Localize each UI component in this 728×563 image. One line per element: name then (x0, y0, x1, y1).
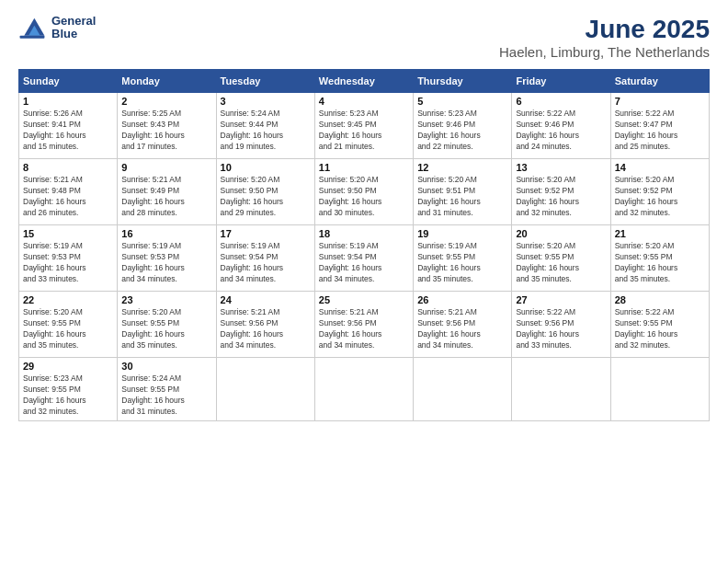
day-number: 13 (516, 162, 606, 173)
day-number: 29 (23, 361, 113, 372)
week-row-4: 22Sunrise: 5:20 AM Sunset: 9:55 PM Dayli… (19, 292, 710, 358)
logo: General Blue (18, 15, 96, 41)
table-row: 27Sunrise: 5:22 AM Sunset: 9:56 PM Dayli… (512, 292, 610, 358)
day-number: 25 (319, 294, 409, 305)
day-detail: Sunrise: 5:20 AM Sunset: 9:50 PM Dayligh… (319, 175, 409, 219)
day-number: 12 (417, 162, 507, 173)
day-number: 20 (516, 228, 606, 239)
page-subtitle: Haelen, Limburg, The Netherlands (499, 44, 710, 60)
day-detail: Sunrise: 5:20 AM Sunset: 9:55 PM Dayligh… (23, 307, 113, 351)
day-number: 10 (221, 162, 311, 173)
table-row: 30Sunrise: 5:24 AM Sunset: 9:55 PM Dayli… (118, 358, 216, 421)
table-row: 11Sunrise: 5:20 AM Sunset: 9:50 PM Dayli… (314, 159, 413, 225)
week-row-3: 15Sunrise: 5:19 AM Sunset: 9:53 PM Dayli… (19, 225, 710, 292)
day-detail: Sunrise: 5:20 AM Sunset: 9:55 PM Dayligh… (615, 241, 705, 285)
day-detail: Sunrise: 5:26 AM Sunset: 9:41 PM Dayligh… (23, 109, 113, 153)
day-number: 11 (319, 162, 409, 173)
day-detail: Sunrise: 5:23 AM Sunset: 9:55 PM Dayligh… (23, 373, 113, 418)
day-detail: Sunrise: 5:20 AM Sunset: 9:55 PM Dayligh… (121, 307, 211, 351)
day-detail: Sunrise: 5:19 AM Sunset: 9:54 PM Dayligh… (319, 241, 409, 285)
logo-blue: Blue (51, 28, 96, 40)
day-number: 24 (221, 294, 311, 305)
col-sunday: Sunday (19, 70, 118, 93)
table-row: 29Sunrise: 5:23 AM Sunset: 9:55 PM Dayli… (19, 358, 118, 421)
logo-icon (18, 15, 46, 40)
page-title: June 2025 (499, 15, 710, 44)
table-row: 4Sunrise: 5:23 AM Sunset: 9:45 PM Daylig… (314, 93, 413, 159)
day-detail: Sunrise: 5:21 AM Sunset: 9:49 PM Dayligh… (121, 175, 211, 219)
table-row: 13Sunrise: 5:20 AM Sunset: 9:52 PM Dayli… (512, 159, 610, 225)
day-number: 22 (23, 294, 113, 305)
col-friday: Friday (512, 70, 610, 93)
header: General Blue June 2025 Haelen, Limburg, … (18, 15, 710, 60)
day-number: 27 (516, 294, 606, 305)
table-row: 8Sunrise: 5:21 AM Sunset: 9:48 PM Daylig… (19, 159, 118, 225)
table-row: 23Sunrise: 5:20 AM Sunset: 9:55 PM Dayli… (118, 292, 216, 358)
table-row: 1Sunrise: 5:26 AM Sunset: 9:41 PM Daylig… (19, 93, 118, 159)
day-detail: Sunrise: 5:22 AM Sunset: 9:46 PM Dayligh… (516, 109, 606, 153)
day-detail: Sunrise: 5:22 AM Sunset: 9:47 PM Dayligh… (615, 109, 705, 153)
day-number: 9 (121, 162, 211, 173)
day-detail: Sunrise: 5:20 AM Sunset: 9:52 PM Dayligh… (615, 175, 705, 219)
day-number: 18 (319, 228, 409, 239)
table-row: 18Sunrise: 5:19 AM Sunset: 9:54 PM Dayli… (314, 225, 413, 292)
day-number: 28 (615, 294, 705, 305)
table-row: 25Sunrise: 5:21 AM Sunset: 9:56 PM Dayli… (314, 292, 413, 358)
day-number: 1 (23, 96, 113, 107)
svg-rect-2 (20, 36, 45, 39)
day-detail: Sunrise: 5:20 AM Sunset: 9:55 PM Dayligh… (516, 241, 606, 285)
logo-general: General (51, 15, 96, 28)
table-row (314, 358, 413, 421)
day-number: 2 (121, 96, 211, 107)
day-detail: Sunrise: 5:19 AM Sunset: 9:54 PM Dayligh… (221, 241, 311, 285)
day-number: 8 (23, 162, 113, 173)
day-detail: Sunrise: 5:21 AM Sunset: 9:56 PM Dayligh… (319, 307, 409, 351)
col-wednesday: Wednesday (314, 70, 413, 93)
day-number: 26 (417, 294, 507, 305)
table-row: 9Sunrise: 5:21 AM Sunset: 9:49 PM Daylig… (118, 159, 216, 225)
header-row: Sunday Monday Tuesday Wednesday Thursday… (19, 70, 710, 93)
day-detail: Sunrise: 5:23 AM Sunset: 9:45 PM Dayligh… (319, 109, 409, 153)
col-monday: Monday (118, 70, 216, 93)
table-row: 22Sunrise: 5:20 AM Sunset: 9:55 PM Dayli… (19, 292, 118, 358)
table-row: 20Sunrise: 5:20 AM Sunset: 9:55 PM Dayli… (512, 225, 610, 292)
day-detail: Sunrise: 5:24 AM Sunset: 9:44 PM Dayligh… (221, 109, 311, 153)
calendar-table: Sunday Monday Tuesday Wednesday Thursday… (18, 69, 710, 421)
day-detail: Sunrise: 5:20 AM Sunset: 9:51 PM Dayligh… (417, 175, 507, 219)
day-detail: Sunrise: 5:22 AM Sunset: 9:56 PM Dayligh… (516, 307, 606, 351)
logo-text: General Blue (51, 15, 96, 41)
day-detail: Sunrise: 5:20 AM Sunset: 9:50 PM Dayligh… (221, 175, 311, 219)
day-detail: Sunrise: 5:21 AM Sunset: 9:56 PM Dayligh… (417, 307, 507, 351)
table-row: 24Sunrise: 5:21 AM Sunset: 9:56 PM Dayli… (216, 292, 314, 358)
day-detail: Sunrise: 5:21 AM Sunset: 9:48 PM Dayligh… (23, 175, 113, 219)
table-row: 2Sunrise: 5:25 AM Sunset: 9:43 PM Daylig… (118, 93, 216, 159)
table-row: 14Sunrise: 5:20 AM Sunset: 9:52 PM Dayli… (610, 159, 709, 225)
day-detail: Sunrise: 5:25 AM Sunset: 9:43 PM Dayligh… (121, 109, 211, 153)
table-row: 12Sunrise: 5:20 AM Sunset: 9:51 PM Dayli… (414, 159, 512, 225)
table-row: 3Sunrise: 5:24 AM Sunset: 9:44 PM Daylig… (216, 93, 314, 159)
day-number: 6 (516, 96, 606, 107)
col-saturday: Saturday (610, 70, 709, 93)
table-row (610, 358, 709, 421)
table-row: 10Sunrise: 5:20 AM Sunset: 9:50 PM Dayli… (216, 159, 314, 225)
table-row (512, 358, 610, 421)
table-row: 28Sunrise: 5:22 AM Sunset: 9:55 PM Dayli… (610, 292, 709, 358)
day-number: 17 (221, 228, 311, 239)
day-number: 14 (615, 162, 705, 173)
table-row: 17Sunrise: 5:19 AM Sunset: 9:54 PM Dayli… (216, 225, 314, 292)
day-number: 30 (121, 361, 211, 372)
table-row: 7Sunrise: 5:22 AM Sunset: 9:47 PM Daylig… (610, 93, 709, 159)
title-block: June 2025 Haelen, Limburg, The Netherlan… (499, 15, 710, 60)
day-number: 3 (221, 96, 311, 107)
day-detail: Sunrise: 5:23 AM Sunset: 9:46 PM Dayligh… (417, 109, 507, 153)
day-detail: Sunrise: 5:19 AM Sunset: 9:55 PM Dayligh… (417, 241, 507, 285)
table-row: 19Sunrise: 5:19 AM Sunset: 9:55 PM Dayli… (414, 225, 512, 292)
day-number: 16 (121, 228, 211, 239)
calendar-body: 1Sunrise: 5:26 AM Sunset: 9:41 PM Daylig… (19, 93, 710, 421)
day-detail: Sunrise: 5:22 AM Sunset: 9:55 PM Dayligh… (615, 307, 705, 351)
table-row (414, 358, 512, 421)
week-row-5: 29Sunrise: 5:23 AM Sunset: 9:55 PM Dayli… (19, 358, 710, 421)
week-row-1: 1Sunrise: 5:26 AM Sunset: 9:41 PM Daylig… (19, 93, 710, 159)
day-number: 21 (615, 228, 705, 239)
day-detail: Sunrise: 5:19 AM Sunset: 9:53 PM Dayligh… (23, 241, 113, 285)
